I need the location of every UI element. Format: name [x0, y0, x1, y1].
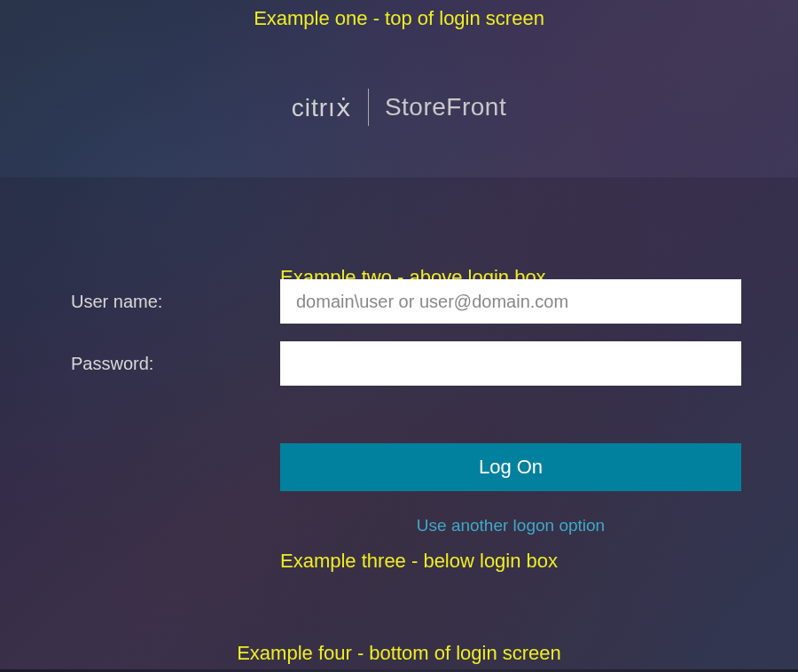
- password-label: Password:: [71, 354, 248, 374]
- annotation-example-three: Example three - below login box: [280, 550, 558, 573]
- alt-logon-link[interactable]: Use another logon option: [280, 516, 741, 535]
- password-input[interactable]: [280, 341, 741, 386]
- logo-brand-text: citrıẋ: [292, 93, 352, 122]
- logo-divider: [368, 89, 369, 126]
- header-region: Example one - top of login screen citrıẋ…: [0, 0, 798, 177]
- username-input[interactable]: [280, 279, 741, 324]
- logon-button[interactable]: Log On: [280, 443, 741, 491]
- annotation-example-four: Example four - bottom of login screen: [0, 642, 798, 665]
- logo: citrıẋ StoreFront: [0, 89, 798, 126]
- login-form-region: Example two - above login box User name:…: [0, 177, 798, 672]
- annotation-example-one: Example one - top of login screen: [0, 7, 798, 30]
- username-label: User name:: [71, 292, 248, 312]
- logo-product-text: StoreFront: [385, 93, 506, 121]
